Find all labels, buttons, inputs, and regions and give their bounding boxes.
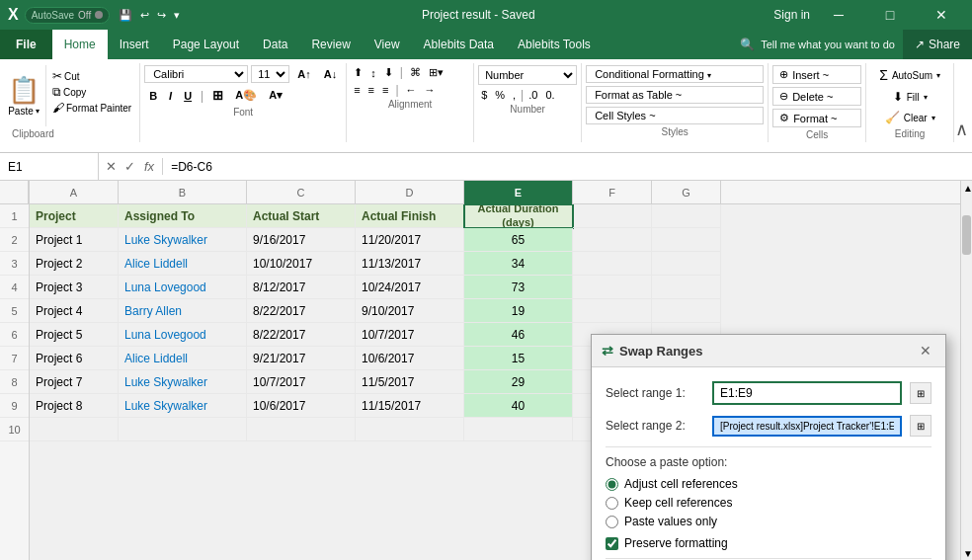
- menu-item-ablebits-tools[interactable]: Ablebits Tools: [506, 30, 603, 59]
- cell-styles-button[interactable]: Cell Styles ~: [586, 107, 764, 124]
- number-group: Number $ % , | .0 0. Number: [474, 63, 582, 142]
- format-painter-button[interactable]: 🖌Format Painter: [52, 101, 131, 115]
- fill-button[interactable]: ⬇ Fill▾: [870, 88, 949, 106]
- minimize-button[interactable]: ─: [816, 0, 861, 30]
- menu-item-home[interactable]: Home: [52, 30, 108, 59]
- adjust-refs-label: Adjust cell references: [624, 477, 738, 491]
- format-cells-button[interactable]: ⚙ Format ~: [772, 109, 861, 127]
- number-label: Number: [506, 104, 549, 115]
- wrap-text-button[interactable]: ⌘: [407, 65, 424, 80]
- formula-controls: ✕ ✓ fx: [99, 158, 163, 175]
- insert-cells-button[interactable]: ⊕ Insert ~: [772, 65, 861, 84]
- font-size-select[interactable]: 11: [251, 65, 289, 83]
- bold-button[interactable]: B: [144, 88, 162, 104]
- adjust-refs-radio[interactable]: [606, 478, 618, 491]
- ribbon: 📋 Paste▾ ✂Cut ⧉Copy 🖌Format Painter: [0, 59, 972, 153]
- align-center-button[interactable]: ≡: [365, 83, 377, 97]
- autosave-dot: [95, 11, 103, 19]
- range1-picker-button[interactable]: ⊞: [910, 382, 932, 404]
- tell-me-input[interactable]: Tell me what you want to do: [761, 39, 895, 50]
- keep-refs-option[interactable]: Keep cell references: [606, 496, 932, 510]
- close-button[interactable]: ✕: [919, 0, 964, 30]
- indent-increase-button[interactable]: →: [422, 83, 439, 97]
- menu-item-file[interactable]: File: [0, 30, 52, 59]
- fill-color-button[interactable]: A🎨: [230, 87, 262, 104]
- number-format-select[interactable]: Number: [478, 65, 577, 85]
- align-right-button[interactable]: ≡: [379, 83, 391, 97]
- menu-item-ablebits-data[interactable]: Ablebits Data: [412, 30, 506, 59]
- title-bar: X AutoSave Off 💾 ↩ ↪ ▾ Project result - …: [0, 0, 972, 30]
- styles-label: Styles: [658, 126, 692, 137]
- autosum-button[interactable]: Σ AutoSum▾: [870, 65, 949, 85]
- fill-icon: ⬇: [893, 90, 903, 104]
- confirm-formula-button[interactable]: ✓: [122, 158, 138, 175]
- align-top-button[interactable]: ⬆: [351, 65, 365, 80]
- menu-item-insert[interactable]: Insert: [108, 30, 161, 59]
- align-left-button[interactable]: ≡: [351, 83, 363, 97]
- share-button[interactable]: ↗ Share: [903, 30, 972, 59]
- font-family-select[interactable]: Calibri: [144, 65, 248, 83]
- menu-item-data[interactable]: Data: [251, 30, 299, 59]
- spreadsheet-container: 1 2 3 4 5 6 7 8 9 10 A B C D E F G Proje…: [0, 181, 972, 560]
- menu-item-review[interactable]: Review: [299, 30, 362, 59]
- clear-button[interactable]: 🧹 Clear▾: [870, 109, 949, 126]
- values-only-radio[interactable]: [606, 516, 618, 528]
- customize-icon[interactable]: ▾: [171, 7, 183, 24]
- underline-button[interactable]: U: [179, 88, 197, 104]
- styles-group: Conditional Formatting ▾ Format as Table…: [582, 63, 769, 142]
- range2-row: Select range 2: ⊞: [606, 415, 932, 437]
- comma-button[interactable]: ,: [510, 88, 519, 102]
- font-color-button[interactable]: A▾: [264, 87, 287, 104]
- values-only-label: Paste values only: [624, 515, 717, 528]
- adjust-refs-option[interactable]: Adjust cell references: [606, 477, 932, 491]
- range2-label: Select range 2:: [606, 419, 704, 433]
- values-only-option[interactable]: Paste values only: [606, 515, 932, 528]
- merge-button[interactable]: ⊞▾: [426, 65, 446, 80]
- increase-font-button[interactable]: A↑: [292, 66, 315, 82]
- excel-logo-icon: X: [8, 6, 19, 24]
- cut-button[interactable]: ✂Cut: [52, 69, 131, 83]
- copy-button[interactable]: ⧉Copy: [52, 85, 131, 99]
- editing-group: Σ AutoSum▾ ⬇ Fill▾ 🧹 Clear▾ Editing: [866, 63, 954, 142]
- border-button[interactable]: ⊞: [207, 86, 228, 105]
- format-as-table-button[interactable]: Format as Table ~: [586, 86, 764, 104]
- delete-cells-button[interactable]: ⊖ Delete ~: [772, 87, 861, 106]
- preserve-formatting-checkbox[interactable]: [606, 537, 618, 550]
- signin-label[interactable]: Sign in: [773, 8, 810, 22]
- cut-icon: ✂: [52, 69, 62, 83]
- align-bottom-button[interactable]: ⬇: [381, 65, 396, 80]
- swap-icon: ⇄: [602, 343, 613, 359]
- autosave-label: AutoSave: [32, 10, 74, 21]
- percent-button[interactable]: %: [492, 88, 508, 102]
- paste-button[interactable]: 📋 Paste▾: [8, 65, 46, 126]
- autosave-toggle[interactable]: AutoSave Off: [25, 7, 111, 24]
- range2-picker-button[interactable]: ⊞: [910, 415, 932, 437]
- keep-refs-radio[interactable]: [606, 497, 618, 510]
- titlebar-right: Sign in ─ □ ✕: [773, 0, 964, 30]
- save-icon[interactable]: 💾: [116, 7, 135, 24]
- formula-input[interactable]: [163, 153, 972, 180]
- undo-icon[interactable]: ↩: [137, 7, 152, 24]
- currency-button[interactable]: $: [478, 88, 490, 102]
- conditional-formatting-button[interactable]: Conditional Formatting ▾: [586, 65, 764, 83]
- indent-decrease-button[interactable]: ←: [403, 83, 420, 97]
- dialog-title-area: ⇄ Swap Ranges: [602, 343, 703, 359]
- preserve-formatting-option[interactable]: Preserve formatting: [606, 536, 932, 550]
- decimal-increase-button[interactable]: .0: [526, 88, 540, 102]
- menu-item-view[interactable]: View: [363, 30, 412, 59]
- menu-item-page-layout[interactable]: Page Layout: [161, 30, 251, 59]
- redo-icon[interactable]: ↪: [154, 7, 169, 24]
- range1-row: Select range 1: ⊞: [606, 381, 932, 405]
- cancel-formula-button[interactable]: ✕: [103, 158, 120, 175]
- align-middle-button[interactable]: ↕: [367, 65, 379, 80]
- ribbon-collapse-button[interactable]: ∧: [955, 119, 968, 140]
- name-box[interactable]: [0, 153, 99, 180]
- dialog-close-button[interactable]: ✕: [916, 341, 935, 360]
- range2-input[interactable]: [712, 416, 902, 437]
- alignment-group: ⬆ ↕ ⬇ | ⌘ ⊞▾ ≡ ≡ ≡ | ← → Alignment: [347, 63, 474, 142]
- range1-input[interactable]: [712, 381, 902, 405]
- restore-button[interactable]: □: [867, 0, 913, 30]
- decimal-decrease-button[interactable]: 0.: [542, 88, 557, 102]
- italic-button[interactable]: I: [164, 88, 177, 104]
- decrease-font-button[interactable]: A↓: [319, 66, 342, 82]
